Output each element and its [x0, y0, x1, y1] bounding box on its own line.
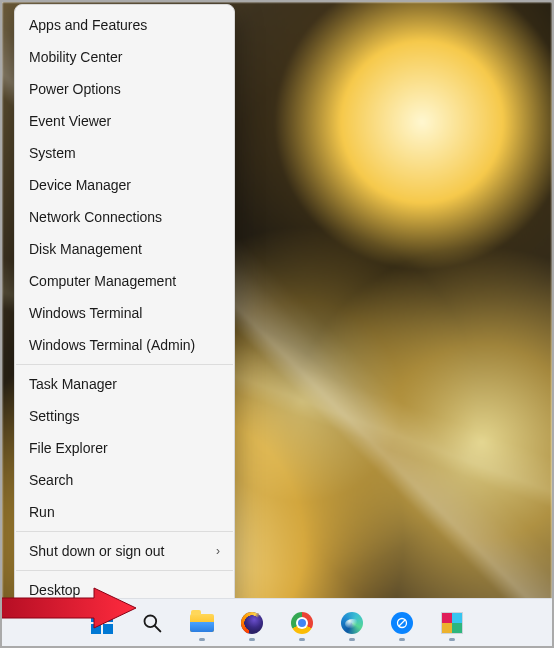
menu-mobility-center[interactable]: Mobility Center	[15, 41, 234, 73]
menu-file-explorer[interactable]: File Explorer	[15, 432, 234, 464]
running-indicator	[249, 638, 255, 641]
chrome-icon	[291, 612, 313, 634]
menu-item-label: Task Manager	[29, 376, 117, 392]
running-indicator	[449, 638, 455, 641]
menu-item-label: Windows Terminal (Admin)	[29, 337, 195, 353]
menu-item-label: System	[29, 145, 76, 161]
menu-event-viewer[interactable]: Event Viewer	[15, 105, 234, 137]
file-explorer-icon	[190, 614, 214, 632]
menu-shutdown-signout[interactable]: Shut down or sign out›	[15, 535, 234, 567]
menu-item-label: Mobility Center	[29, 49, 122, 65]
menu-item-label: Apps and Features	[29, 17, 147, 33]
menu-item-label: Disk Management	[29, 241, 142, 257]
menu-item-label: Shut down or sign out	[29, 543, 164, 559]
menu-system[interactable]: System	[15, 137, 234, 169]
menu-item-label: Network Connections	[29, 209, 162, 225]
app-blue-button[interactable]	[382, 603, 422, 643]
start-button[interactable]	[82, 603, 122, 643]
menu-windows-terminal[interactable]: Windows Terminal	[15, 297, 234, 329]
running-indicator	[349, 638, 355, 641]
circle-slash-icon	[391, 612, 413, 634]
menu-item-label: Power Options	[29, 81, 121, 97]
search-button[interactable]	[132, 603, 172, 643]
menu-item-label: Desktop	[29, 582, 80, 598]
chrome-button[interactable]	[282, 603, 322, 643]
menu-separator	[16, 531, 233, 532]
windows-logo-icon	[91, 612, 113, 634]
edge-icon	[341, 612, 363, 634]
menu-settings[interactable]: Settings	[15, 400, 234, 432]
running-indicator	[299, 638, 305, 641]
menu-separator	[16, 364, 233, 365]
menu-item-label: Device Manager	[29, 177, 131, 193]
svg-line-1	[155, 625, 161, 631]
menu-item-label: Search	[29, 472, 73, 488]
menu-windows-terminal-admin[interactable]: Windows Terminal (Admin)	[15, 329, 234, 361]
file-explorer-button[interactable]	[182, 603, 222, 643]
menu-separator	[16, 570, 233, 571]
edge-button[interactable]	[332, 603, 372, 643]
menu-run[interactable]: Run	[15, 496, 234, 528]
winx-context-menu: Apps and FeaturesMobility CenterPower Op…	[14, 4, 235, 611]
svg-line-3	[399, 620, 405, 626]
grid-app-icon	[441, 612, 463, 634]
menu-search[interactable]: Search	[15, 464, 234, 496]
search-icon	[142, 613, 162, 633]
firefox-icon	[241, 612, 263, 634]
taskbar	[2, 598, 552, 646]
menu-disk-management[interactable]: Disk Management	[15, 233, 234, 265]
menu-task-manager[interactable]: Task Manager	[15, 368, 234, 400]
menu-item-label: Run	[29, 504, 55, 520]
menu-device-manager[interactable]: Device Manager	[15, 169, 234, 201]
menu-item-label: Event Viewer	[29, 113, 111, 129]
menu-power-options[interactable]: Power Options	[15, 73, 234, 105]
menu-computer-management[interactable]: Computer Management	[15, 265, 234, 297]
menu-item-label: File Explorer	[29, 440, 108, 456]
menu-network-connections[interactable]: Network Connections	[15, 201, 234, 233]
firefox-button[interactable]	[232, 603, 272, 643]
menu-apps-and-features[interactable]: Apps and Features	[15, 9, 234, 41]
menu-item-label: Settings	[29, 408, 80, 424]
chevron-right-icon: ›	[216, 544, 220, 558]
menu-item-label: Windows Terminal	[29, 305, 142, 321]
menu-item-label: Computer Management	[29, 273, 176, 289]
running-indicator	[199, 638, 205, 641]
running-indicator	[399, 638, 405, 641]
app-grid-button[interactable]	[432, 603, 472, 643]
